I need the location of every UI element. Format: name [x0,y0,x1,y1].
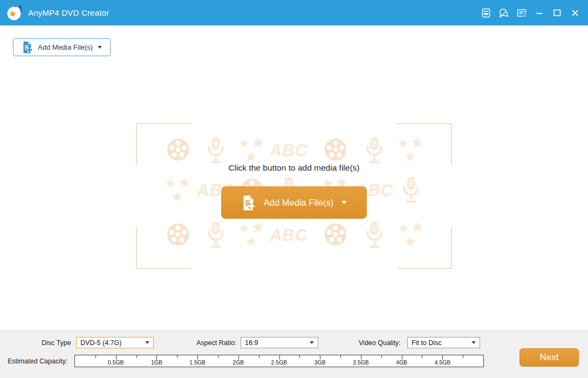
capacity-tick-label: 4.5GB [434,359,450,366]
capacity-tick-label: 1GB [151,359,162,366]
film-reel-icon [322,221,349,248]
maximize-button[interactable] [551,6,564,19]
capacity-tick [136,355,137,358]
next-button[interactable]: Next [519,348,579,367]
capacity-tick [218,355,218,358]
abc-icon: ABC [270,142,307,159]
add-media-toolbar-label: Add Media File(s) [38,43,93,51]
chevron-down-icon [98,46,102,49]
chevron-down-icon [341,201,347,204]
microphone-icon [204,136,228,165]
capacity-tick-label: 2GB [233,359,244,366]
capacity-tick [259,355,259,358]
stars-icon [237,137,266,164]
feedback-menu-icon[interactable] [515,6,528,19]
video-quality-value: Fit to Disc [412,339,442,347]
titlebar-actions [480,6,582,19]
capacity-tick-label: 3.5GB [353,359,369,366]
titlebar: AnyMP4 DVD Creator [0,0,588,25]
microphone-icon [363,221,386,249]
capacity-meter: 0.5GB1GB1.5GB2GB2.5GB3GB3.5GB4GB4.5GB [74,355,484,367]
empty-state-message: Click the button to add media file(s) [0,163,588,173]
app-window: AnyMP4 DVD Creator [0,0,588,378]
stars-icon [396,137,426,164]
microphone-icon [204,221,228,249]
capacity-tick-label: 4GB [396,359,407,366]
add-media-main-label: Add Media File(s) [264,198,333,208]
disc-type-select[interactable]: DVD-5 (4.7G) [76,337,154,348]
disc-type-label: Disc Type [42,339,71,347]
capacity-tick [381,355,382,358]
add-file-icon [241,195,256,211]
add-media-button-main[interactable]: Add Media File(s) [221,186,367,219]
aspect-ratio-label: Aspect Ratio: [196,339,236,347]
capacity-tick-label: 1.5GB [189,359,206,366]
capacity-tick-label: 3GB [314,359,326,366]
window-title: AnyMP4 DVD Creator [28,8,109,17]
capacity-tick-label: 0.5GB [108,359,124,366]
settings-panel: Disc Type DVD-5 (4.7G) Aspect Ratio: 16:… [0,330,588,378]
frame-corner [136,227,191,269]
estimated-capacity-label: Estimated Capacity: [8,357,67,365]
chevron-down-icon [145,341,149,344]
capacity-tick [422,355,422,358]
film-reel-icon [165,221,192,248]
chevron-down-icon [310,341,314,344]
disc-type-value: DVD-5 (4.7G) [80,339,121,347]
frame-corner [136,123,191,165]
capacity-tick [340,355,341,358]
add-media-button-toolbar[interactable]: Add Media File(s) [13,38,111,56]
close-button[interactable] [569,6,582,19]
film-reel-icon [165,137,192,164]
stars-icon [396,221,426,248]
add-file-icon [22,41,33,53]
support-chat-icon[interactable] [497,6,510,19]
capacity-tick [95,355,96,358]
media-list-area: Add Media File(s) ABC [0,25,588,330]
microphone-icon [399,176,423,205]
stars-icon [237,221,266,248]
film-reel-icon [322,137,349,164]
abc-icon: ABC [270,227,307,244]
microphone-icon [363,136,386,165]
minimize-button[interactable] [533,6,546,19]
aspect-ratio-select[interactable]: 16:9 [241,337,318,348]
aspect-ratio-value: 16:9 [245,339,258,347]
capacity-tick-label: 2.5GB [271,359,288,366]
video-quality-label: Video Quality: [359,339,401,347]
stars-icon [163,177,193,204]
frame-corner [397,123,452,165]
chevron-down-icon [471,341,476,344]
app-logo-icon [6,4,23,22]
capacity-tick [463,355,463,358]
register-document-icon[interactable] [480,6,493,19]
video-quality-select[interactable]: Fit to Disc [407,337,480,348]
capacity-tick [177,355,177,358]
frame-corner [397,227,452,269]
capacity-tick [299,355,300,358]
